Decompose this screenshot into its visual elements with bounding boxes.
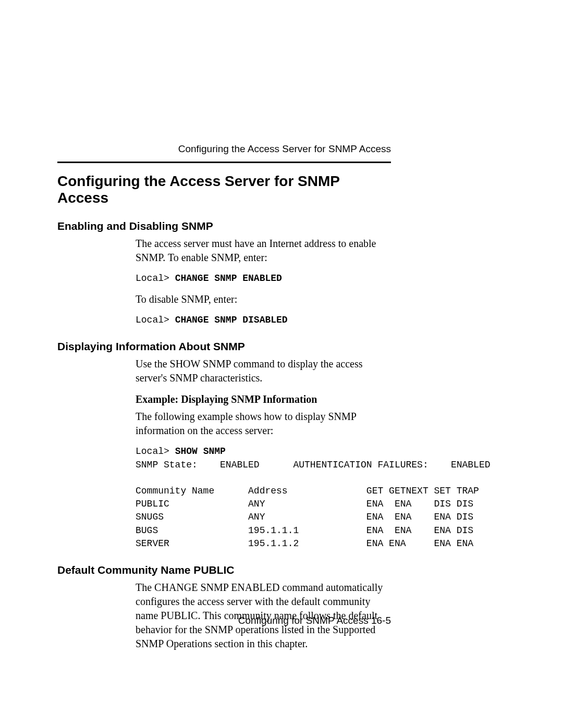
body-block-1: The access server must have an Internet …: [136, 237, 391, 327]
command-output: SNMP State: ENABLED AUTHENTICATION FAILU…: [136, 460, 491, 549]
command: SHOW SNMP: [175, 446, 226, 456]
code-block-disable: Local> CHANGE SNMP DISABLED: [136, 314, 391, 327]
paragraph: The following example shows how to displ…: [136, 410, 391, 438]
paragraph: Use the SHOW SNMP command to display the…: [136, 357, 391, 385]
content-area: Configuring the Access Server for SNMP A…: [57, 167, 391, 654]
body-block-2: Use the SHOW SNMP command to display the…: [136, 357, 391, 550]
code-block-enable: Local> CHANGE SNMP ENABLED: [136, 272, 391, 285]
paragraph: The access server must have an Internet …: [136, 237, 391, 265]
page-footer: Configuring for SNMP Access 16-5: [238, 615, 391, 626]
document-page: Configuring the Access Server for SNMP A…: [0, 0, 563, 728]
prompt: Local>: [136, 315, 175, 325]
prompt: Local>: [136, 273, 175, 283]
section-title: Configuring the Access Server for SNMP A…: [57, 173, 391, 206]
command: CHANGE SNMP ENABLED: [175, 273, 282, 283]
heading-enabling-disabling-snmp: Enabling and Disabling SNMP: [57, 220, 391, 232]
running-header: Configuring the Access Server for SNMP A…: [178, 143, 391, 155]
horizontal-rule: [57, 162, 391, 163]
heading-default-community: Default Community Name PUBLIC: [57, 564, 391, 576]
code-block-show-snmp: Local> SHOW SNMP SNMP State: ENABLED AUT…: [136, 445, 391, 550]
heading-displaying-info: Displaying Information About SNMP: [57, 340, 391, 353]
example-heading: Example: Displaying SNMP Information: [136, 392, 391, 406]
command: CHANGE SNMP DISABLED: [175, 315, 288, 325]
prompt: Local>: [136, 446, 175, 456]
paragraph: To disable SNMP, enter:: [136, 292, 391, 306]
